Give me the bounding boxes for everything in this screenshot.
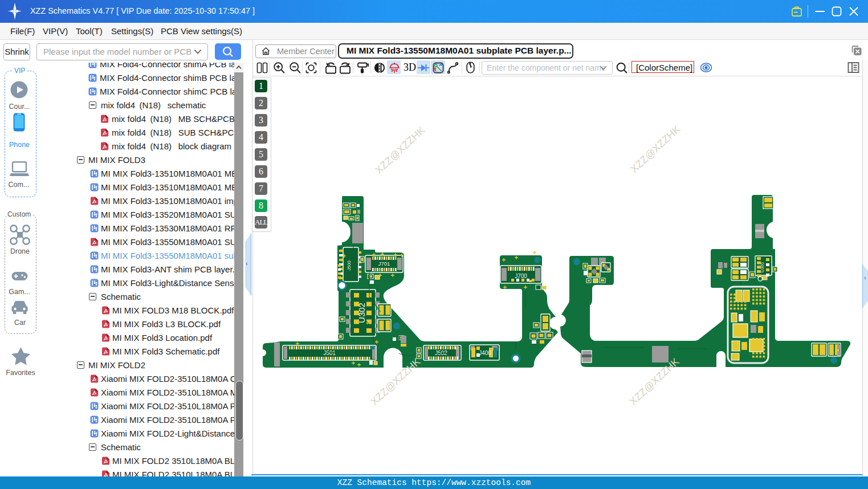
svg-text:J501: J501 xyxy=(323,350,336,356)
svg-text:XZZ@XZZHK: XZZ@XZZHK xyxy=(373,124,427,176)
svg-text:J400: J400 xyxy=(479,350,491,356)
svg-text:J701: J701 xyxy=(378,260,390,267)
svg-text:J700: J700 xyxy=(515,273,527,279)
svg-text:U300: U300 xyxy=(760,262,765,272)
svg-text:J500: J500 xyxy=(347,260,352,271)
svg-text:XZZ@XZZHK: XZZ@XZZHK xyxy=(628,123,682,175)
svg-text:U302: U302 xyxy=(357,303,366,323)
